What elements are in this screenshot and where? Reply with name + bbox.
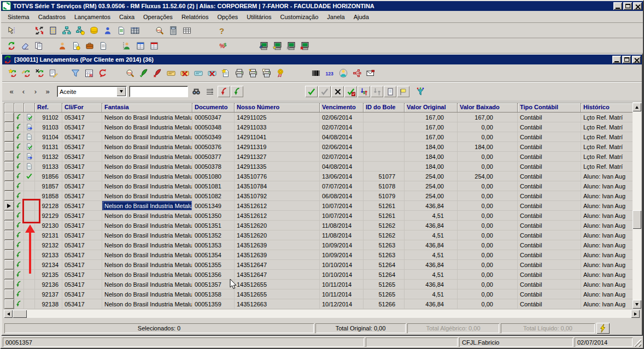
grid-calculator-button[interactable] (181, 25, 193, 37)
cell-id_boleto[interactable]: 51261 (364, 201, 405, 211)
menu-item-ajuda[interactable]: Ajuda (349, 12, 373, 22)
cell-clifor[interactable]: 053417 (62, 162, 102, 171)
cell-tipo_contabil[interactable]: Contábil (518, 230, 581, 240)
building-button[interactable] (47, 25, 59, 37)
filter-button[interactable] (69, 67, 81, 79)
cell-documento[interactable]: 00051351 (192, 221, 235, 230)
cell-valor_baixado[interactable]: 0,00 (458, 191, 518, 201)
table-row[interactable]: 92130053417Nelson do Brasil Industria Me… (4, 221, 633, 230)
sql-button[interactable]: SQL (124, 67, 136, 79)
cell-id_boleto[interactable]: 51262 (364, 221, 405, 230)
cell-vencimento[interactable]: 10/09/2014 (320, 240, 364, 250)
cell-ref[interactable]: 91856 (35, 171, 62, 181)
cell-id_boleto[interactable]: 51265 (364, 280, 405, 289)
maximize-button[interactable] (623, 2, 632, 10)
last-record-button[interactable]: » (42, 86, 54, 97)
cell-valor_original[interactable]: 254,00 (405, 171, 458, 181)
cell-ref[interactable]: 92132 (35, 240, 62, 250)
column-header-flow[interactable] (14, 103, 24, 113)
save-check-button[interactable] (344, 86, 357, 97)
row-selector[interactable] (4, 221, 14, 230)
cell-valor_original[interactable]: 167,00 (405, 132, 458, 142)
table-row[interactable]: 92138053417Nelson do Brasil Industria Me… (4, 299, 633, 309)
cell-id_boleto[interactable]: 51263 (364, 240, 405, 250)
cell-ref[interactable]: 91133 (35, 162, 62, 171)
cell-valor_baixado[interactable]: 0,00 (458, 299, 518, 309)
column-header-clifor[interactable]: Cli/For (62, 103, 102, 113)
cell-ref[interactable]: 92131 (35, 230, 62, 240)
person-blue-button[interactable] (102, 25, 114, 37)
cell-documento[interactable]: 00050376 (192, 142, 235, 152)
cell-vencimento[interactable]: 10/09/2014 (320, 250, 364, 260)
cell-fantasia[interactable]: Nelson do Brasil Industria Metalurgica L… (102, 171, 192, 181)
cell-nosso[interactable]: 143512655 (235, 289, 320, 299)
cell-documento[interactable]: 00051349 (192, 201, 235, 211)
cell-vencimento[interactable]: 11/08/2014 (320, 230, 364, 240)
cell-fantasia[interactable]: Nelson do Brasil Industria Metalurgica L (102, 201, 192, 211)
undo-red-button[interactable] (218, 86, 230, 97)
cell-tipo_contabil[interactable]: Contábil (518, 289, 581, 299)
minimize-button[interactable] (613, 2, 622, 10)
scroll-left-button[interactable] (4, 310, 13, 318)
resize-grip[interactable] (634, 338, 641, 347)
cell-fantasia[interactable]: Nelson do Brasil Industria Metalurgica L… (102, 260, 192, 270)
cell-documento[interactable]: 00051352 (192, 230, 235, 240)
cell-id_boleto[interactable]: 51079 (364, 191, 405, 201)
percent-dollar-button[interactable]: %$ (218, 40, 230, 52)
menu-item-janela[interactable]: Janela (323, 12, 349, 22)
search-input[interactable] (129, 86, 188, 97)
cell-id_boleto[interactable]: 51265 (364, 289, 405, 299)
row-selector[interactable] (4, 191, 14, 201)
calendar-button[interactable]: R (83, 67, 95, 79)
card-cancel-button[interactable] (206, 67, 218, 79)
row-selector[interactable] (4, 240, 14, 250)
cell-documento[interactable]: 00050347 (192, 113, 235, 122)
cell-valor_baixado[interactable]: 0,00 (458, 240, 518, 250)
cell-nosso[interactable]: 143510784 (235, 181, 320, 191)
report-doc-button[interactable] (97, 40, 109, 52)
print-alt-button[interactable] (261, 67, 273, 79)
cell-nosso[interactable]: 143512620 (235, 230, 320, 240)
cell-nosso[interactable]: 143510792 (235, 191, 320, 201)
table-row[interactable]: 91103053417Nelson do Brasil Industria Me… (4, 122, 633, 132)
row-selector[interactable] (4, 132, 14, 142)
cell-fantasia[interactable]: Nelson do Brasil Industria Metalurgica L… (102, 132, 192, 142)
cell-tipo_contabil[interactable]: Contábil (518, 270, 581, 280)
menu-item-sistema[interactable]: Sistema (3, 12, 34, 22)
cell-valor_baixado[interactable]: 0,00 (458, 221, 518, 230)
row-selector[interactable] (4, 162, 14, 171)
cell-clifor[interactable]: 053417 (62, 289, 102, 299)
cell-nosso[interactable]: 142911327 (235, 152, 320, 162)
delete-entry-button[interactable] (34, 67, 46, 79)
cell-clifor[interactable]: 053417 (62, 181, 102, 191)
cell-historico[interactable]: Aluno: Ivan Aug (581, 270, 633, 280)
cell-vencimento[interactable]: 10/10/2014 (320, 260, 364, 270)
row-selector[interactable] (4, 171, 14, 181)
sql-search-button[interactable]: SQL (154, 25, 166, 37)
cell-historico[interactable]: Aluno: Ivan Aug (581, 181, 633, 191)
cell-valor_baixado[interactable]: 0,00 (458, 201, 518, 211)
cell-historico[interactable]: Aluno: Ivan Aug (581, 221, 633, 230)
menu-item-caixa[interactable]: Caixa (115, 12, 139, 22)
cell-tipo_contabil[interactable]: Contábil (518, 221, 581, 230)
row-selector[interactable] (4, 122, 14, 132)
cell-historico[interactable]: Lçto Ref. Matrí (581, 152, 633, 162)
row-selector[interactable] (4, 280, 14, 289)
refresh-button[interactable] (5, 40, 17, 52)
cell-tipo_contabil[interactable]: Contábil (518, 152, 581, 162)
menu-item-customizacao[interactable]: Customização (276, 12, 323, 22)
table-row[interactable]: 92135053417Nelson do Brasil Industria Me… (4, 270, 633, 280)
cell-fantasia[interactable]: Nelson do Brasil Industria Metalurgica L… (102, 181, 192, 191)
find-button[interactable] (190, 86, 202, 98)
cell-tipo_contabil[interactable]: Contábil (518, 299, 581, 309)
previous-record-button[interactable]: ‹ (17, 86, 30, 97)
cell-nosso[interactable]: 143510776 (235, 171, 320, 181)
cell-documento[interactable]: 00051356 (192, 270, 235, 280)
vertical-scroll-thumb[interactable] (633, 210, 641, 229)
cell-documento[interactable]: 00050349 (192, 132, 235, 142)
coins-button[interactable] (88, 25, 100, 37)
close-button[interactable] (633, 2, 642, 10)
cell-valor_baixado[interactable]: 0,00 (458, 211, 518, 221)
cell-valor_original[interactable]: 167,00 (405, 113, 458, 122)
cell-id_boleto[interactable] (364, 122, 405, 132)
